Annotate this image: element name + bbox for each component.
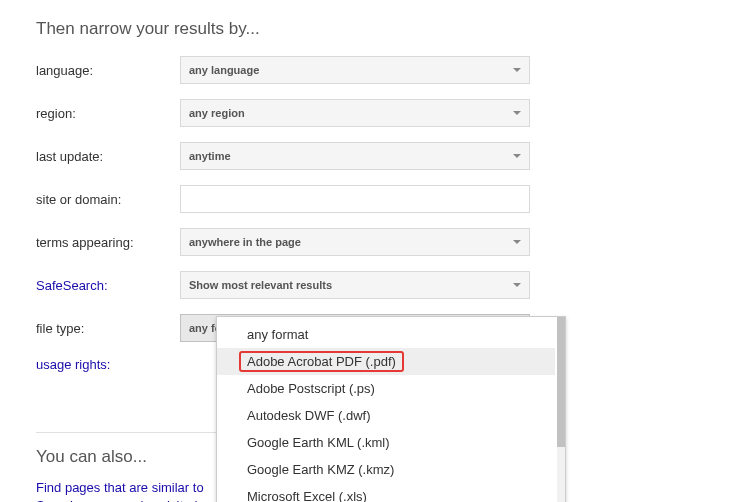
row-safesearch: SafeSearch: Show most relevant results bbox=[36, 271, 730, 299]
input-site-domain[interactable] bbox=[180, 185, 530, 213]
file-type-option[interactable]: Adobe Acrobat PDF (.pdf) bbox=[217, 348, 555, 375]
file-type-option[interactable]: Adobe Postscript (.ps) bbox=[217, 375, 555, 402]
row-language: language: any language bbox=[36, 56, 730, 84]
row-terms-appearing: terms appearing: anywhere in the page bbox=[36, 228, 730, 256]
caret-icon bbox=[513, 283, 521, 287]
select-safesearch-value: Show most relevant results bbox=[189, 279, 332, 291]
label-terms-appearing: terms appearing: bbox=[36, 235, 180, 250]
file-type-option[interactable]: Microsoft Excel (.xls) bbox=[217, 483, 555, 502]
file-type-option[interactable]: Autodesk DWF (.dwf) bbox=[217, 402, 555, 429]
row-region: region: any region bbox=[36, 99, 730, 127]
label-language: language: bbox=[36, 63, 180, 78]
option-label: Autodesk DWF (.dwf) bbox=[247, 408, 371, 423]
select-language-value: any language bbox=[189, 64, 259, 76]
row-site-domain: site or domain: bbox=[36, 185, 730, 213]
scrollbar-thumb[interactable] bbox=[557, 317, 565, 447]
caret-icon bbox=[513, 111, 521, 115]
row-last-update: last update: anytime bbox=[36, 142, 730, 170]
option-label: any format bbox=[247, 327, 308, 342]
select-region[interactable]: any region bbox=[180, 99, 530, 127]
caret-icon bbox=[513, 68, 521, 72]
label-region: region: bbox=[36, 106, 180, 121]
select-region-value: any region bbox=[189, 107, 245, 119]
file-type-option[interactable]: any format bbox=[217, 321, 555, 348]
label-site-domain: site or domain: bbox=[36, 192, 180, 207]
label-last-update: last update: bbox=[36, 149, 180, 164]
select-last-update-value: anytime bbox=[189, 150, 231, 162]
caret-icon bbox=[513, 240, 521, 244]
file-type-option[interactable]: Google Earth KMZ (.kmz) bbox=[217, 456, 555, 483]
option-label: Microsoft Excel (.xls) bbox=[247, 489, 367, 502]
option-label: Adobe Postscript (.ps) bbox=[247, 381, 375, 396]
option-label: Google Earth KML (.kml) bbox=[247, 435, 390, 450]
select-terms-appearing[interactable]: anywhere in the page bbox=[180, 228, 530, 256]
narrow-results-header: Then narrow your results by... bbox=[36, 18, 730, 40]
label-usage-rights[interactable]: usage rights: bbox=[36, 357, 180, 372]
select-last-update[interactable]: anytime bbox=[180, 142, 530, 170]
option-label: Google Earth KMZ (.kmz) bbox=[247, 462, 394, 477]
label-safesearch[interactable]: SafeSearch: bbox=[36, 278, 180, 293]
caret-icon bbox=[513, 154, 521, 158]
select-terms-appearing-value: anywhere in the page bbox=[189, 236, 301, 248]
option-label: Adobe Acrobat PDF (.pdf) bbox=[239, 351, 404, 372]
select-safesearch[interactable]: Show most relevant results bbox=[180, 271, 530, 299]
file-type-dropdown: any formatAdobe Acrobat PDF (.pdf)Adobe … bbox=[216, 316, 566, 502]
label-file-type: file type: bbox=[36, 321, 180, 336]
file-type-option[interactable]: Google Earth KML (.kml) bbox=[217, 429, 555, 456]
select-language[interactable]: any language bbox=[180, 56, 530, 84]
